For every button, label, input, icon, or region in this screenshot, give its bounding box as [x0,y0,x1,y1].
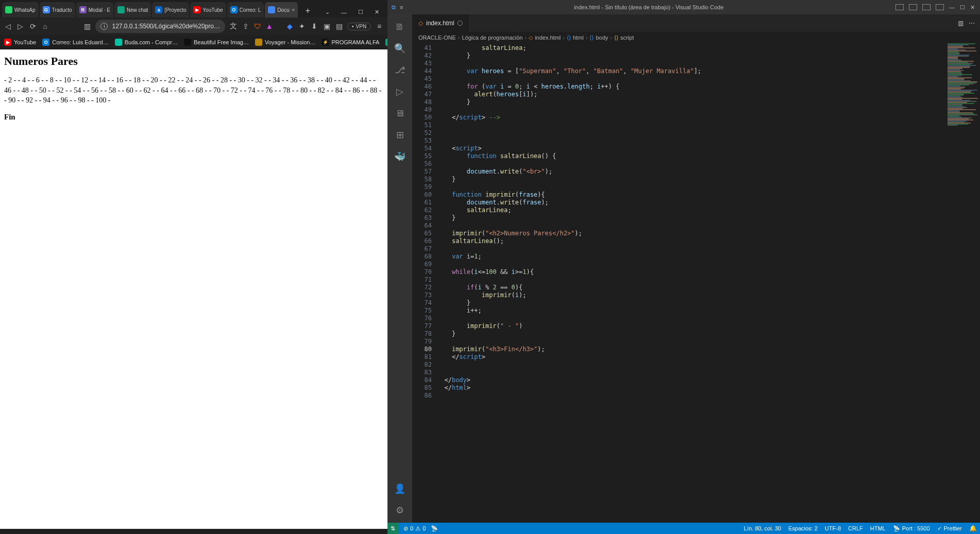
youtube-icon: ▶ [193,6,200,13]
editor[interactable]: 4142434445464748495051525354555657585960… [412,43,980,523]
back-icon[interactable]: ◁ [4,21,12,32]
browser-tab[interactable]: O Correo: L [227,2,264,18]
wallet-icon[interactable]: ▣ [323,21,331,32]
menu-icon[interactable]: ≡ [375,21,383,32]
browser-tab[interactable]: ▶ YouTube [190,2,226,18]
menu-icon[interactable]: ≡ [400,4,403,11]
downloads-icon[interactable]: ⬇ [310,21,318,32]
bookmark[interactable]: Voyager - Mission… [255,39,315,46]
brave-rewards-icon[interactable]: ▲ [265,21,274,32]
vscode-titlebar: ⧉ ≡ index.html - Sin título (área de tra… [387,0,980,14]
chevron-down-icon[interactable]: ⌄ [325,9,330,15]
language-status[interactable]: HTML [870,525,886,531]
bookmark[interactable]: Buda.com - Compr… [115,39,178,46]
vpn-chip[interactable]: • VPN [347,23,371,30]
source-control-icon[interactable]: ⎇ [394,64,406,76]
maximize-icon[interactable]: ☐ [960,4,965,11]
cursor-position[interactable]: Lín. 80, col. 30 [744,525,781,531]
browser-tab[interactable]: New chat [114,2,151,18]
line-gutter: 4142434445464748495051525354555657585960… [412,43,437,523]
buda-icon [115,39,122,46]
reader-icon[interactable]: ▤ [335,21,343,32]
browser-tab[interactable]: a [Proyecto [152,2,189,18]
home-icon[interactable]: ⌂ [41,21,49,32]
maximize-icon[interactable]: ☐ [358,9,363,15]
bookmark[interactable]: ⚡ PROGRAMA ALFA [322,39,379,46]
layout-icon[interactable] [936,4,944,10]
extensions-icon[interactable]: ⊞ [394,129,406,141]
bookmark[interactable]: ▶ YouTube [4,39,36,46]
explorer-icon[interactable]: 🗎 [394,21,406,33]
bootstrap-icon: B [79,6,87,13]
editor-area: ◇ index.html ▥ ⋯ ORACLE-ONE› Lógica de p… [412,14,980,523]
close-tab-icon[interactable]: × [292,7,295,13]
run-debug-icon[interactable]: ▷ [394,85,406,98]
tab-label: YouTube [202,7,223,13]
breadcrumb[interactable]: ORACLE-ONE› Lógica de programación› ◇ in… [412,32,980,43]
translate-icon: G [43,6,50,13]
reload-icon[interactable]: ⟳ [29,21,37,32]
vscode-title: index.html - Sin título (área de trabajo… [407,4,890,10]
layout-icon[interactable] [922,4,931,10]
brave-shield-icon[interactable]: 🛡 [254,22,261,31]
document-icon [268,6,275,13]
whatsapp-icon [5,6,12,13]
code-content[interactable]: saltarLinea; } var heroes = ["Superman",… [437,43,980,523]
browser-tabstrip: WhatsAp G Traducto B Modal · E New chat … [0,0,387,18]
layout-icon[interactable] [909,4,917,10]
browser-page: Numeros Pares - 2 - - 4 - - 6 - - 8 - - … [0,49,387,529]
tab-label: Correo: L [240,7,261,13]
tab-label: Docu [277,7,289,13]
unsplash-icon [184,39,191,46]
alura-icon: a [155,6,162,13]
activity-bar: 🗎 🔍 ⎇ ▷ 🖥 ⊞ 🐳 👤 ⚙ [387,14,412,523]
search-icon[interactable]: 🔍 [394,42,406,55]
share-icon[interactable]: ⇪ [242,21,250,32]
browser-tab[interactable]: G Traducto [40,2,75,18]
accounts-icon[interactable]: 👤 [394,483,406,495]
browser-tab[interactable]: B Modal · E [76,2,113,18]
settings-gear-icon[interactable]: ⚙ [394,504,406,516]
editor-tab[interactable]: ◇ index.html [412,14,469,32]
remote-indicator[interactable]: ⇅ [387,523,398,534]
close-icon[interactable]: ✕ [375,9,379,15]
site-info-icon[interactable]: i [100,23,108,30]
layout-icon[interactable] [895,4,904,10]
remote-explorer-icon[interactable]: 🖥 [394,107,406,119]
forward-icon[interactable]: ▷ [16,21,25,32]
sidebar-icon[interactable]: ▥ [83,21,92,32]
browser-footer [0,529,387,534]
browser-toolbar: ◁ ▷ ⟳ ⌂ ▥ i 127.0.0.1:5500/Lógica%20de%2… [0,18,387,35]
address-bar[interactable]: i 127.0.0.1:5500/Lógica%20de%20pro… [95,20,225,33]
prettier-status[interactable]: ✓ Prettier [937,525,962,532]
indent-status[interactable]: Espacios: 2 [788,525,818,531]
tab-label: [Proyecto [164,7,186,13]
new-tab-button[interactable]: + [301,4,314,18]
problems-indicator[interactable]: ⊘ 0 ⚠ 0 [403,525,426,532]
status-bar: ⇅ ⊘ 0 ⚠ 0 📡 Lín. 80, col. 30 Espacios: 2… [387,523,980,534]
window-controls: ⌄ — ☐ ✕ [319,9,387,18]
notifications-icon[interactable]: 🔔 [969,525,977,532]
browser-tab-active[interactable]: Docu × [265,2,298,18]
browser-tab[interactable]: WhatsAp [2,2,39,18]
minimize-icon[interactable]: — [949,4,955,11]
extensions-icon[interactable]: ✦ [298,21,307,32]
radio-tower-icon[interactable]: 📡 [431,525,438,532]
encoding-status[interactable]: UTF-8 [825,525,841,531]
bookmark[interactable]: O Correo: Luis Eduard… [42,39,108,46]
minimap[interactable] [944,43,980,523]
extension-icon[interactable]: ◆ [286,21,294,32]
docker-icon[interactable]: 🐳 [394,150,406,163]
live-server-status[interactable]: 📡 Port : 5500 [893,525,930,532]
page-title: Numeros Pares [4,55,383,68]
tab-label: Traducto [52,7,72,13]
youtube-icon: ▶ [4,39,11,46]
minimize-icon[interactable]: — [341,9,347,15]
split-editor-icon[interactable]: ▥ [958,20,964,27]
tab-label: WhatsAp [14,7,36,13]
translate-page-icon[interactable]: 文 [229,21,238,32]
bookmark[interactable]: Beautiful Free Imag… [184,39,249,46]
eol-status[interactable]: CRLF [848,525,863,531]
close-icon[interactable]: ✕ [970,4,975,11]
more-icon[interactable]: ⋯ [969,20,975,27]
